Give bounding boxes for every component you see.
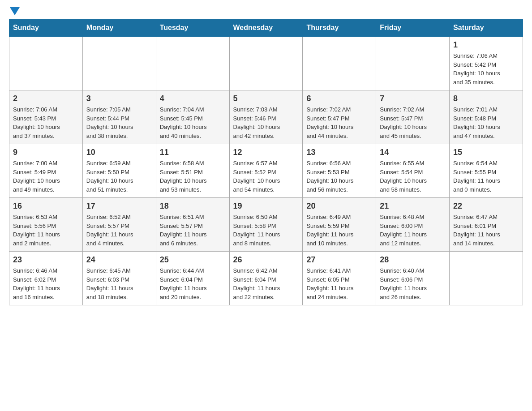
- day-number: 19: [233, 201, 299, 211]
- day-number: 25: [160, 255, 226, 265]
- day-number: 27: [306, 255, 372, 265]
- calendar-cell: 5Sunrise: 7:03 AM Sunset: 5:46 PM Daylig…: [229, 90, 303, 144]
- day-number: 10: [86, 148, 152, 157]
- calendar-cell: 20Sunrise: 6:49 AM Sunset: 5:59 PM Dayli…: [303, 198, 376, 252]
- day-info: Sunrise: 6:57 AM Sunset: 5:52 PM Dayligh…: [233, 159, 299, 194]
- day-info: Sunrise: 6:44 AM Sunset: 6:04 PM Dayligh…: [160, 266, 226, 301]
- day-info: Sunrise: 7:00 AM Sunset: 5:49 PM Dayligh…: [13, 159, 79, 194]
- day-number: 4: [160, 94, 226, 103]
- day-number: 13: [306, 148, 372, 157]
- day-number: 11: [160, 148, 226, 157]
- day-number: 12: [233, 148, 299, 157]
- calendar-cell: [156, 37, 229, 90]
- day-info: Sunrise: 7:05 AM Sunset: 5:44 PM Dayligh…: [86, 105, 152, 140]
- calendar-cell: 7Sunrise: 7:02 AM Sunset: 5:47 PM Daylig…: [376, 90, 450, 144]
- day-info: Sunrise: 6:47 AM Sunset: 6:01 PM Dayligh…: [453, 213, 519, 248]
- calendar-cell: 2Sunrise: 7:06 AM Sunset: 5:43 PM Daylig…: [9, 90, 83, 144]
- day-number: 8: [453, 94, 519, 103]
- day-info: Sunrise: 6:45 AM Sunset: 6:03 PM Dayligh…: [86, 266, 152, 301]
- day-info: Sunrise: 6:55 AM Sunset: 5:54 PM Dayligh…: [380, 159, 446, 194]
- day-number: 28: [380, 255, 446, 265]
- calendar-cell: [9, 37, 83, 90]
- calendar-cell: 11Sunrise: 6:58 AM Sunset: 5:51 PM Dayli…: [156, 144, 229, 198]
- calendar-cell: [82, 37, 156, 90]
- day-info: Sunrise: 7:01 AM Sunset: 5:48 PM Dayligh…: [453, 105, 519, 140]
- calendar-cell: 1Sunrise: 7:06 AM Sunset: 5:42 PM Daylig…: [450, 37, 523, 90]
- weekday-header-sunday: Sunday: [9, 19, 83, 37]
- calendar-cell: 24Sunrise: 6:45 AM Sunset: 6:03 PM Dayli…: [82, 252, 156, 305]
- calendar-cell: 23Sunrise: 6:46 AM Sunset: 6:02 PM Dayli…: [9, 252, 83, 305]
- day-number: 3: [86, 94, 152, 103]
- calendar-cell: 27Sunrise: 6:41 AM Sunset: 6:05 PM Dayli…: [303, 252, 376, 305]
- calendar-cell: 28Sunrise: 6:40 AM Sunset: 6:06 PM Dayli…: [376, 252, 450, 305]
- calendar-cell: 10Sunrise: 6:59 AM Sunset: 5:50 PM Dayli…: [82, 144, 156, 198]
- day-number: 21: [380, 201, 446, 211]
- page-header: [9, 9, 523, 12]
- calendar-week-row: 23Sunrise: 6:46 AM Sunset: 6:02 PM Dayli…: [9, 252, 523, 305]
- calendar-cell: 4Sunrise: 7:04 AM Sunset: 5:45 PM Daylig…: [156, 90, 229, 144]
- day-number: 16: [13, 201, 79, 211]
- day-info: Sunrise: 7:03 AM Sunset: 5:46 PM Dayligh…: [233, 105, 299, 140]
- day-info: Sunrise: 6:58 AM Sunset: 5:51 PM Dayligh…: [160, 159, 226, 194]
- logo: [9, 9, 20, 12]
- calendar-cell: 12Sunrise: 6:57 AM Sunset: 5:52 PM Dayli…: [229, 144, 303, 198]
- day-info: Sunrise: 7:04 AM Sunset: 5:45 PM Dayligh…: [160, 105, 226, 140]
- calendar-cell: [450, 252, 523, 305]
- day-info: Sunrise: 7:06 AM Sunset: 5:42 PM Dayligh…: [453, 51, 519, 86]
- calendar-week-row: 2Sunrise: 7:06 AM Sunset: 5:43 PM Daylig…: [9, 90, 523, 144]
- day-number: 14: [380, 148, 446, 157]
- day-info: Sunrise: 7:06 AM Sunset: 5:43 PM Dayligh…: [13, 105, 79, 140]
- day-info: Sunrise: 6:48 AM Sunset: 6:00 PM Dayligh…: [380, 213, 446, 248]
- calendar-cell: 18Sunrise: 6:51 AM Sunset: 5:57 PM Dayli…: [156, 198, 229, 252]
- calendar-cell: 25Sunrise: 6:44 AM Sunset: 6:04 PM Dayli…: [156, 252, 229, 305]
- calendar-cell: 8Sunrise: 7:01 AM Sunset: 5:48 PM Daylig…: [450, 90, 523, 144]
- calendar-cell: 17Sunrise: 6:52 AM Sunset: 5:57 PM Dayli…: [82, 198, 156, 252]
- day-number: 1: [453, 40, 519, 50]
- weekday-header-monday: Monday: [82, 19, 156, 37]
- day-number: 7: [380, 94, 446, 103]
- calendar-cell: 15Sunrise: 6:54 AM Sunset: 5:55 PM Dayli…: [450, 144, 523, 198]
- calendar-cell: 14Sunrise: 6:55 AM Sunset: 5:54 PM Dayli…: [376, 144, 450, 198]
- day-number: 24: [86, 255, 152, 265]
- weekday-header-friday: Friday: [376, 19, 450, 37]
- day-info: Sunrise: 7:02 AM Sunset: 5:47 PM Dayligh…: [380, 105, 446, 140]
- day-number: 20: [306, 201, 372, 211]
- day-number: 17: [86, 201, 152, 211]
- day-number: 6: [306, 94, 372, 103]
- svg-marker-0: [10, 7, 20, 15]
- day-info: Sunrise: 6:52 AM Sunset: 5:57 PM Dayligh…: [86, 213, 152, 248]
- logo-triangle-icon: [10, 7, 20, 15]
- calendar-week-row: 9Sunrise: 7:00 AM Sunset: 5:49 PM Daylig…: [9, 144, 523, 198]
- calendar-cell: 3Sunrise: 7:05 AM Sunset: 5:44 PM Daylig…: [82, 90, 156, 144]
- day-info: Sunrise: 6:56 AM Sunset: 5:53 PM Dayligh…: [306, 159, 372, 194]
- day-info: Sunrise: 6:51 AM Sunset: 5:57 PM Dayligh…: [160, 213, 226, 248]
- calendar-week-row: 1Sunrise: 7:06 AM Sunset: 5:42 PM Daylig…: [9, 37, 523, 90]
- weekday-header-saturday: Saturday: [450, 19, 523, 37]
- calendar-cell: [229, 37, 303, 90]
- calendar-cell: 9Sunrise: 7:00 AM Sunset: 5:49 PM Daylig…: [9, 144, 83, 198]
- weekday-header-wednesday: Wednesday: [229, 19, 303, 37]
- calendar-header-row: SundayMondayTuesdayWednesdayThursdayFrid…: [9, 19, 523, 37]
- day-number: 9: [13, 148, 79, 157]
- calendar-table: SundayMondayTuesdayWednesdayThursdayFrid…: [9, 19, 523, 305]
- day-number: 18: [160, 201, 226, 211]
- day-info: Sunrise: 6:50 AM Sunset: 5:58 PM Dayligh…: [233, 213, 299, 248]
- calendar-cell: 16Sunrise: 6:53 AM Sunset: 5:56 PM Dayli…: [9, 198, 83, 252]
- calendar-week-row: 16Sunrise: 6:53 AM Sunset: 5:56 PM Dayli…: [9, 198, 523, 252]
- calendar-cell: 13Sunrise: 6:56 AM Sunset: 5:53 PM Dayli…: [303, 144, 376, 198]
- day-info: Sunrise: 6:49 AM Sunset: 5:59 PM Dayligh…: [306, 213, 372, 248]
- day-number: 5: [233, 94, 299, 103]
- calendar-cell: 6Sunrise: 7:02 AM Sunset: 5:47 PM Daylig…: [303, 90, 376, 144]
- day-info: Sunrise: 6:41 AM Sunset: 6:05 PM Dayligh…: [306, 266, 372, 301]
- day-info: Sunrise: 6:59 AM Sunset: 5:50 PM Dayligh…: [86, 159, 152, 194]
- calendar-cell: 22Sunrise: 6:47 AM Sunset: 6:01 PM Dayli…: [450, 198, 523, 252]
- calendar-cell: 21Sunrise: 6:48 AM Sunset: 6:00 PM Dayli…: [376, 198, 450, 252]
- weekday-header-thursday: Thursday: [303, 19, 376, 37]
- day-info: Sunrise: 6:53 AM Sunset: 5:56 PM Dayligh…: [13, 213, 79, 248]
- calendar-cell: 26Sunrise: 6:42 AM Sunset: 6:04 PM Dayli…: [229, 252, 303, 305]
- day-info: Sunrise: 6:42 AM Sunset: 6:04 PM Dayligh…: [233, 266, 299, 301]
- day-info: Sunrise: 6:40 AM Sunset: 6:06 PM Dayligh…: [380, 266, 446, 301]
- calendar-cell: 19Sunrise: 6:50 AM Sunset: 5:58 PM Dayli…: [229, 198, 303, 252]
- day-number: 22: [453, 201, 519, 211]
- day-number: 2: [13, 94, 79, 103]
